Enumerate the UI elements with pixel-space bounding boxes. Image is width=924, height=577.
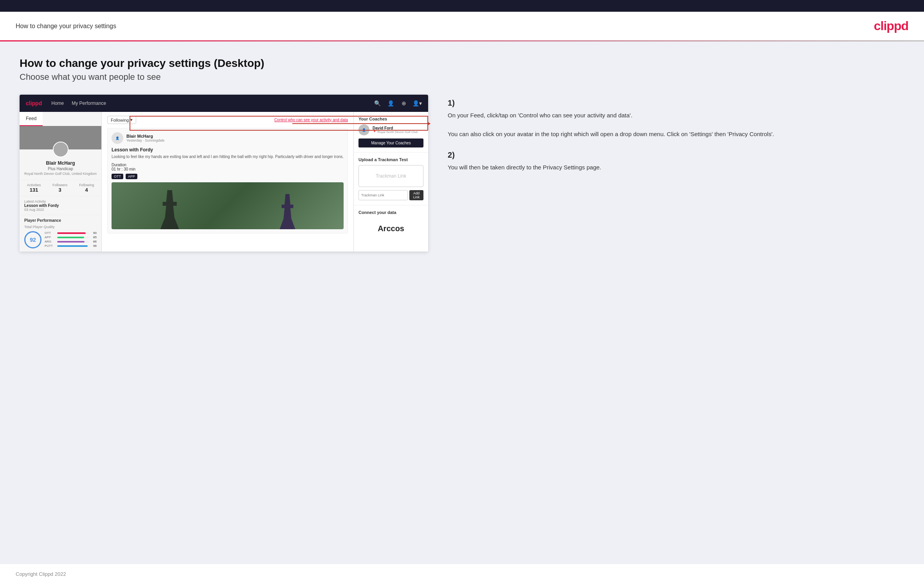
avatar-icon[interactable]: 👤▾ [412, 99, 422, 108]
post-meta: Yesterday · Sunningdale [126, 138, 164, 142]
stat-followers: Followers 3 [52, 183, 68, 193]
coach-name: David Ford [373, 126, 423, 130]
latest-title: Lesson with Fordy [24, 203, 97, 208]
coaches-panel-title: Your Coaches [358, 117, 423, 121]
app-sidebar: Feed Blair McHarg Plus Handicap Royal No… [20, 112, 102, 252]
plus-icon[interactable]: ⊕ [399, 99, 409, 108]
following-value: 4 [79, 187, 94, 193]
post-user-info: Blair McHarg Yesterday · Sunningdale [126, 134, 164, 142]
feed-tab[interactable]: Feed [20, 112, 43, 126]
latest-activity: Latest Activity Lesson with Fordy 03 Aug… [20, 196, 101, 215]
coach-item: 👤 David Ford 📍 Royal North Devon Golf Cl… [358, 124, 423, 135]
page-heading: How to change your privacy settings (Des… [20, 57, 904, 70]
trackman-input-row: Add Link [358, 190, 423, 200]
instruction-2: 2) You will then be taken directly to th… [448, 151, 904, 172]
coaches-panel: Your Coaches 👤 David Ford 📍 Royal North … [354, 112, 428, 153]
app-feed: Following ▾ Control who can see your act… [102, 112, 354, 252]
post-header: 👤 Blair McHarg Yesterday · Sunningdale [112, 132, 344, 144]
main-content: How to change your privacy settings (Des… [0, 41, 924, 564]
followers-label: Followers [52, 183, 68, 187]
bar-app: APP 85 [45, 235, 97, 239]
clippd-logo: clippd [874, 19, 908, 33]
post-user: Blair McHarg [126, 134, 164, 138]
bar-ott: OTT 90 [45, 231, 97, 235]
latest-label: Latest Activity [24, 200, 97, 203]
perf-label: Player Performance [24, 218, 97, 223]
app-nav-logo: clippd [26, 100, 42, 106]
page-subheading: Choose what you want people to see [20, 72, 904, 82]
instruction-1-number: 1) [448, 99, 904, 108]
feed-post: 👤 Blair McHarg Yesterday · Sunningdale L… [107, 128, 348, 234]
header: How to change your privacy settings clip… [0, 12, 924, 40]
quality-bars: OTT 90 APP 85 [45, 231, 97, 248]
browser-title: How to change your privacy settings [16, 23, 116, 30]
profile-stats: Activities 131 Followers 3 Following 4 [20, 180, 101, 196]
app-mockup-wrapper: clippd Home My Performance 🔍 👤 ⊕ 👤▾ [20, 95, 428, 252]
post-title: Lesson with Fordy [112, 147, 344, 153]
content-area: clippd Home My Performance 🔍 👤 ⊕ 👤▾ [20, 95, 904, 252]
trackman-panel-title: Upload a Trackman Test [358, 157, 423, 162]
connect-panel-title: Connect your data [358, 210, 423, 215]
app-nav: clippd Home My Performance 🔍 👤 ⊕ 👤▾ [20, 95, 428, 112]
quality-circle: 92 [24, 231, 41, 248]
stat-activities: Activities 131 [27, 183, 41, 193]
post-desc: Looking to feel like my hands are exitin… [112, 154, 344, 160]
footer: Copyright Clippd 2022 [0, 564, 924, 577]
quality-label: Total Player Quality [24, 225, 97, 229]
latest-date: 03 Aug 2022 [24, 208, 97, 212]
profile-avatar [53, 142, 68, 157]
trackman-panel: Upload a Trackman Test Trackman Link Add… [354, 153, 428, 205]
arccos-logo: Arccos [358, 218, 423, 239]
instructions: 1) On your Feed, click/tap on 'Control w… [444, 95, 904, 184]
person-icon[interactable]: 👤 [386, 99, 395, 108]
quality-row: 92 OTT 90 APP [24, 231, 97, 248]
app-mockup: clippd Home My Performance 🔍 👤 ⊕ 👤▾ [20, 95, 428, 252]
app-right-panel: Your Coaches 👤 David Ford 📍 Royal North … [354, 112, 428, 252]
control-privacy-link[interactable]: Control who can see your activity and da… [274, 118, 348, 122]
activities-label: Activities [27, 183, 41, 187]
post-avatar: 👤 [112, 132, 123, 144]
golfer-silhouette-1 [158, 190, 182, 229]
coach-info: David Ford 📍 Royal North Devon Golf Club [373, 126, 423, 134]
trackman-input[interactable] [358, 190, 408, 200]
post-image [112, 182, 344, 229]
coach-avatar: 👤 [358, 124, 369, 135]
post-duration: Duration 01 hr : 30 min [112, 163, 344, 171]
app-nav-links: Home My Performance [51, 101, 373, 106]
profile-name: Blair McHarg [23, 160, 97, 166]
instruction-1: 1) On your Feed, click/tap on 'Control w… [448, 99, 904, 139]
tag-app: APP [126, 174, 137, 179]
instruction-2-text: You will then be taken directly to the P… [448, 163, 904, 172]
followers-value: 3 [52, 187, 68, 193]
footer-text: Copyright Clippd 2022 [16, 571, 66, 577]
golfer-silhouette-2 [277, 194, 297, 229]
following-label: Following [79, 183, 94, 187]
profile-handicap: Plus Handicap [23, 167, 97, 171]
activities-value: 131 [27, 187, 41, 193]
nav-link-performance[interactable]: My Performance [72, 101, 106, 106]
bar-putt: PUTT 96 [45, 244, 97, 248]
player-performance: Player Performance Total Player Quality … [20, 215, 101, 252]
app-body: Feed Blair McHarg Plus Handicap Royal No… [20, 112, 428, 252]
nav-link-home[interactable]: Home [51, 101, 64, 106]
coach-club: 📍 Royal North Devon Golf Club [373, 130, 423, 134]
profile-club: Royal North Devon Golf Club, United King… [23, 172, 97, 176]
following-bar: Following ▾ Control who can see your act… [107, 116, 348, 124]
add-link-button[interactable]: Add Link [409, 190, 423, 200]
search-icon[interactable]: 🔍 [373, 99, 382, 108]
instruction-1-text: On your Feed, click/tap on 'Control who … [448, 111, 904, 139]
following-button[interactable]: Following ▾ [107, 116, 136, 124]
app-nav-icons: 🔍 👤 ⊕ 👤▾ [373, 99, 422, 108]
instruction-2-number: 2) [448, 151, 904, 160]
profile-banner [20, 126, 101, 149]
manage-coaches-button[interactable]: Manage Your Coaches [358, 138, 423, 147]
stat-following: Following 4 [79, 183, 94, 193]
tag-ott: OTT [112, 174, 123, 179]
trackman-link-box: Trackman Link [358, 165, 423, 187]
connect-panel: Connect your data Arccos [354, 205, 428, 244]
post-tags: OTT APP [112, 174, 344, 179]
top-bar [0, 0, 924, 12]
bar-arg: ARG 86 [45, 240, 97, 243]
